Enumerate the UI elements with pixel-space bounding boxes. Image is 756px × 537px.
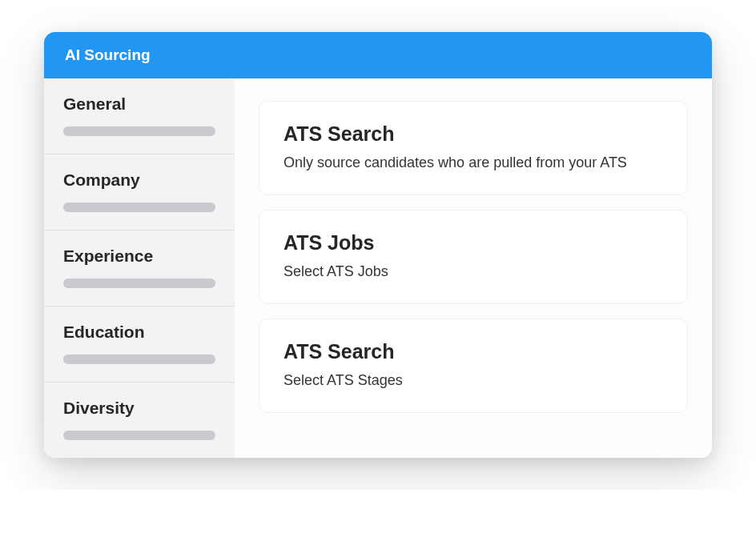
sidebar-item-label: Education bbox=[63, 323, 215, 342]
sidebar-item-education[interactable]: Education bbox=[44, 307, 235, 383]
sidebar-item-label: Experience bbox=[63, 246, 215, 266]
card-ats-jobs[interactable]: ATS Jobs Select ATS Jobs bbox=[259, 210, 688, 304]
main-content: ATS Search Only source candidates who ar… bbox=[235, 78, 712, 458]
card-title: ATS Search bbox=[284, 122, 663, 146]
app-window: AI Sourcing General Company Experience E… bbox=[44, 32, 712, 458]
placeholder-bar bbox=[63, 202, 215, 212]
sidebar-item-diversity[interactable]: Diversity bbox=[44, 383, 235, 458]
sidebar-item-experience[interactable]: Experience bbox=[44, 230, 235, 307]
sidebar-item-label: Diversity bbox=[63, 399, 215, 418]
placeholder-bar bbox=[63, 355, 215, 364]
sidebar-item-label: Company bbox=[63, 170, 215, 190]
placeholder-bar bbox=[63, 431, 215, 440]
sidebar-item-label: General bbox=[63, 94, 215, 114]
card-description: Select ATS Stages bbox=[284, 370, 663, 391]
placeholder-bar bbox=[63, 126, 215, 136]
placeholder-bar bbox=[63, 279, 215, 288]
card-ats-search[interactable]: ATS Search Only source candidates who ar… bbox=[259, 101, 688, 195]
app-header: AI Sourcing bbox=[44, 32, 712, 78]
card-description: Select ATS Jobs bbox=[284, 261, 663, 283]
sidebar: General Company Experience Education Div… bbox=[44, 78, 235, 458]
sidebar-item-company[interactable]: Company bbox=[44, 154, 235, 230]
app-body: General Company Experience Education Div… bbox=[44, 78, 712, 458]
sidebar-item-general[interactable]: General bbox=[44, 78, 235, 154]
card-ats-search-stages[interactable]: ATS Search Select ATS Stages bbox=[259, 319, 688, 413]
card-title: ATS Search bbox=[284, 340, 663, 363]
card-title: ATS Jobs bbox=[284, 231, 663, 254]
app-title: AI Sourcing bbox=[65, 46, 151, 63]
card-description: Only source candidates who are pulled fr… bbox=[284, 152, 663, 174]
